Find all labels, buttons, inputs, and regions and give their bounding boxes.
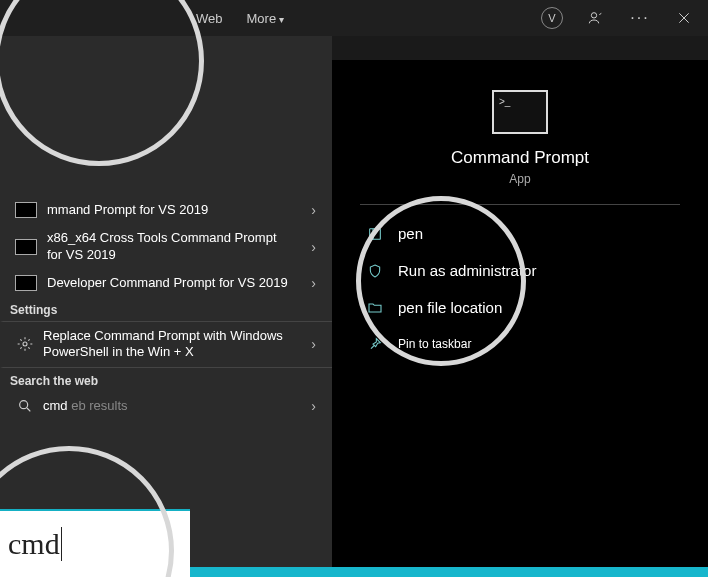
chevron-right-icon[interactable]: ›	[305, 336, 322, 352]
action-label: pen file location	[398, 299, 502, 316]
app-result[interactable]: mmand Prompt for VS 2019 ›	[0, 196, 332, 224]
cmd-icon	[15, 202, 37, 218]
cmd-icon	[15, 239, 37, 255]
search-input[interactable]: cmd	[0, 509, 190, 577]
settings-heading: Settings	[0, 297, 332, 321]
folder-icon	[366, 300, 384, 316]
action-label: Run as administrator	[398, 262, 536, 279]
search-icon	[17, 398, 33, 414]
svg-rect-3	[370, 228, 381, 239]
shield-icon	[366, 263, 384, 279]
result-label: Developer Command Prompt for VS 2019	[47, 275, 295, 291]
svg-point-2	[20, 400, 28, 408]
user-avatar[interactable]: V	[536, 2, 568, 34]
action-label: pen	[398, 225, 423, 242]
divider	[360, 204, 680, 205]
result-label: cmd eb results	[43, 398, 295, 414]
detail-title: Command Prompt	[360, 148, 680, 168]
tab-web[interactable]: Web	[196, 11, 223, 26]
detail-type: App	[360, 172, 680, 186]
svg-point-1	[23, 342, 27, 346]
open-icon	[366, 226, 384, 242]
text-cursor	[61, 527, 62, 561]
chevron-right-icon[interactable]: ›	[305, 398, 322, 414]
scope-tabs: Web More	[196, 11, 284, 26]
action-open[interactable]: pen	[360, 215, 680, 252]
web-heading: Search the web	[0, 368, 332, 392]
chevron-right-icon[interactable]: ›	[305, 239, 322, 255]
result-label: Replace Command Prompt with Windows Powe…	[43, 328, 295, 361]
action-label: Pin to taskbar	[398, 337, 471, 351]
feedback-icon[interactable]	[580, 2, 612, 34]
detail-pane: Command Prompt App pen Run as administra…	[332, 60, 708, 577]
chevron-right-icon[interactable]: ›	[305, 275, 322, 291]
title-bar: Web More V ···	[0, 0, 708, 36]
svg-point-0	[591, 13, 596, 18]
pin-icon	[366, 336, 384, 352]
web-result[interactable]: cmd eb results ›	[0, 392, 332, 420]
action-pin[interactable]: Pin to taskbar	[360, 326, 680, 362]
accent-bar	[172, 567, 708, 577]
result-label: x86_x64 Cross Tools Command Prompt for V…	[47, 230, 295, 263]
app-result[interactable]: x86_x64 Cross Tools Command Prompt for V…	[0, 224, 332, 269]
result-label: mmand Prompt for VS 2019	[47, 202, 295, 218]
more-options-icon[interactable]: ···	[624, 2, 656, 34]
search-query-text: cmd	[8, 527, 60, 561]
action-run-admin[interactable]: Run as administrator	[360, 252, 680, 289]
app-preview-icon	[492, 90, 548, 134]
cmd-icon	[15, 275, 37, 291]
action-open-location[interactable]: pen file location	[360, 289, 680, 326]
avatar-initial: V	[548, 12, 555, 24]
chevron-right-icon[interactable]: ›	[305, 202, 322, 218]
tab-more[interactable]: More	[247, 11, 284, 26]
settings-result[interactable]: Replace Command Prompt with Windows Powe…	[0, 321, 332, 368]
gear-icon	[17, 336, 33, 352]
close-button[interactable]	[668, 2, 700, 34]
app-result[interactable]: Developer Command Prompt for VS 2019 ›	[0, 269, 332, 297]
results-panel: mmand Prompt for VS 2019 › x86_x64 Cross…	[0, 36, 332, 577]
